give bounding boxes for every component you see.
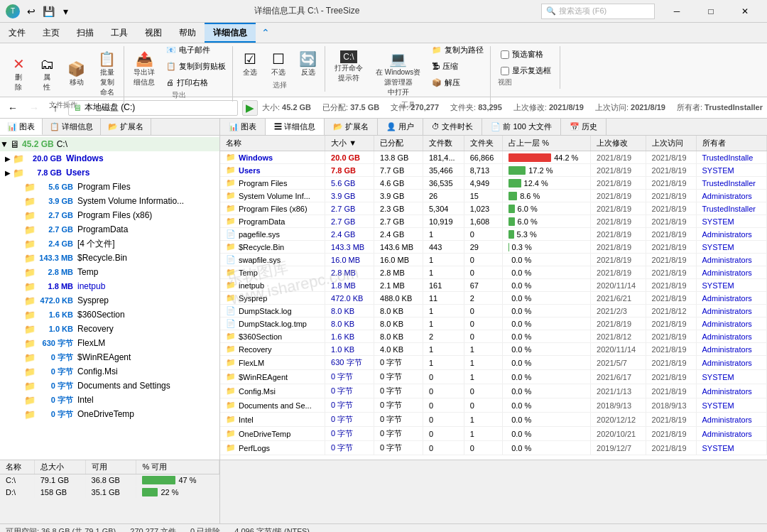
tree-item-root[interactable]: ▼ 🖥 45.2 GB C:\ xyxy=(0,137,219,151)
ribbon-btn-select-all[interactable]: ☑全选 xyxy=(237,48,263,80)
tree-item[interactable]: 📁 0 字节 OneDriveTemp xyxy=(0,407,219,421)
tab-chart[interactable]: 📊 图表 xyxy=(220,119,266,135)
ribbon-btn-cmd[interactable]: C:\打开命令提示符 xyxy=(330,48,368,86)
tree-item[interactable]: 📁 0 字节 $WinREAgent xyxy=(0,350,219,364)
preview-checkbox[interactable] xyxy=(501,50,509,59)
ribbon-btn-extract[interactable]: 📦 解压 xyxy=(428,75,487,90)
bottom-table-row[interactable]: D:\ 158 GB 35.1 GB 22 % xyxy=(0,487,219,499)
ribbon-btn-props[interactable]: 🗂属性 xyxy=(34,53,60,95)
table-row[interactable]: 📄 DumpStack.log.tmp 8.0 KB 8.0 KB 1 0 0.… xyxy=(220,317,767,330)
bottom-table-row[interactable]: C:\ 79.1 GB 36.8 GB 47 % xyxy=(0,474,219,487)
maximize-btn[interactable]: □ xyxy=(695,1,727,22)
ribbon-btn-delete[interactable]: ✕删除 xyxy=(6,53,31,95)
ribbon-btn-move[interactable]: 📦移动 xyxy=(62,58,90,90)
th-pct[interactable]: 占上一层 % xyxy=(503,136,591,151)
tree-item[interactable]: 📁 2.4 GB [4 个文件] xyxy=(0,237,219,251)
table-row[interactable]: 📁 FlexLM 630 字节 0 字节 1 1 0.0 % 2021/5/7 … xyxy=(220,356,767,370)
table-row[interactable]: 📁 inetpub 1.8 MB 2.1 MB 161 67 0.0 % 202… xyxy=(220,279,767,292)
go-btn[interactable]: ▶ xyxy=(242,100,258,116)
bth-total[interactable]: 总大小 xyxy=(34,460,85,474)
qa-btn-2[interactable]: 💾 xyxy=(41,4,55,18)
tree-item[interactable]: 📁 1.8 MB inetpub xyxy=(0,279,219,293)
tree-item[interactable]: 📁 1.6 KB $360Section xyxy=(0,308,219,322)
ribbon-btn-batch[interactable]: 📋批量复制命名 xyxy=(93,48,121,100)
tab-user[interactable]: 👤 用户 xyxy=(378,119,423,135)
ribbon-btn-export[interactable]: 📤导出详细信息 xyxy=(129,48,160,90)
table-row[interactable]: 📁 Documents and Se... 0 字节 0 字节 0 0 0.0 … xyxy=(220,398,767,413)
table-row[interactable]: 📁 Temp 2.8 MB 2.8 MB 1 0 0.0 % 2021/8/19… xyxy=(220,266,767,279)
ribbon-btn-copy-path[interactable]: 📁 复制为路径 xyxy=(428,43,487,58)
th-modified[interactable]: 上次修改 xyxy=(591,136,646,151)
bth-pct[interactable]: % 可用 xyxy=(136,460,219,474)
tree-item[interactable]: 📁 3.9 GB System Volume Informatio... xyxy=(0,194,219,208)
table-row[interactable]: 📁 Recovery 1.0 KB 4.0 KB 1 1 0.0 % 2020/… xyxy=(220,343,767,356)
table-row[interactable]: 📁 Sysprep 472.0 KB 488.0 KB 11 2 0.0 % 2… xyxy=(220,292,767,305)
close-btn[interactable]: ✕ xyxy=(729,1,761,22)
ribbon-btn-print[interactable]: 🖨 打印右格 xyxy=(163,75,229,90)
table-row[interactable]: 📁 Config.Msi 0 字节 0 字节 0 0 0.0 % 2021/1/… xyxy=(220,384,767,398)
tab-detail[interactable]: ☰ 详细信息 xyxy=(266,119,325,135)
menu-item-tools[interactable]: 工具 xyxy=(102,23,136,43)
ribbon-btn-email[interactable]: 📧 电子邮件 xyxy=(163,43,229,58)
back-btn[interactable]: ← xyxy=(4,99,21,116)
menu-item-scan[interactable]: 扫描 xyxy=(68,23,102,43)
table-row[interactable]: 📁 $WinREAgent 0 字节 0 字节 0 1 0.0 % 2021/6… xyxy=(220,370,767,384)
th-folders[interactable]: 文件夹 xyxy=(464,136,502,151)
table-row[interactable]: 📄 DumpStack.log 8.0 KB 8.0 KB 1 0 0.0 % … xyxy=(220,305,767,317)
forward-btn[interactable]: → xyxy=(26,99,43,116)
bth-free[interactable]: 可用 xyxy=(85,460,136,474)
ribbon-collapse-btn[interactable]: ⌃ xyxy=(256,23,276,43)
show-cb-checkbox[interactable] xyxy=(501,67,509,75)
tree-item[interactable]: 📁 472.0 KB Sysprep xyxy=(0,293,219,308)
table-row[interactable]: 📁 OneDriveTemp 0 字节 0 字节 0 1 0.0 % 2020/… xyxy=(220,427,767,441)
tree-item[interactable]: 📁 2.7 GB Program Files (x86) xyxy=(0,208,219,222)
ribbon-btn-deselect[interactable]: ☐不选 xyxy=(266,48,291,80)
qa-btn-1[interactable]: ↩ xyxy=(24,4,38,18)
th-name[interactable]: 名称 xyxy=(220,136,325,151)
ribbon-btn-invert[interactable]: 🔄反选 xyxy=(294,48,322,80)
tree-item[interactable]: 📁 5.6 GB Program Files xyxy=(0,180,219,194)
tab-history[interactable]: 📅 历史 xyxy=(561,119,606,135)
table-row[interactable]: 📄 pagefile.sys 2.4 GB 2.4 GB 1 0 5.3 % 2… xyxy=(220,228,767,241)
tree-item[interactable]: 📁 630 字节 FlexLM xyxy=(0,336,219,350)
th-size[interactable]: 大小 ▼ xyxy=(325,136,374,151)
th-accessed[interactable]: 上次访问 xyxy=(646,136,696,151)
tree-item[interactable]: 📁 0 字节 Intel xyxy=(0,393,219,407)
menu-item-home[interactable]: 主页 xyxy=(34,23,68,43)
table-row[interactable]: 📁 $360Section 1.6 KB 8.0 KB 2 0 0.0 % 20… xyxy=(220,330,767,343)
table-row[interactable]: 📁 Program Files (x86) 2.7 GB 2.3 GB 5,30… xyxy=(220,202,767,215)
up-btn[interactable]: ↑ xyxy=(47,99,64,116)
tab-filetime[interactable]: ⏱ 文件时长 xyxy=(423,119,482,135)
table-row[interactable]: 📁 PerfLogs 0 字节 0 字节 0 0 0.0 % 2019/12/7… xyxy=(220,441,767,455)
ribbon-chk-show-cb[interactable]: 显示复选框 xyxy=(498,64,554,77)
tree-item[interactable]: 📁 143.3 MB $Recycle.Bin xyxy=(0,251,219,265)
menu-item-help[interactable]: 帮助 xyxy=(170,23,205,43)
tree-tab-ext[interactable]: 📂 扩展名 xyxy=(101,119,151,135)
tab-top100[interactable]: 📄 前 100 大文件 xyxy=(482,119,561,135)
tree-item[interactable]: 📁 1.0 KB Recovery xyxy=(0,322,219,336)
address-path[interactable]: 🖥 本地磁盘 (C:) xyxy=(68,100,238,116)
table-row[interactable]: 📁 Program Files 5.6 GB 4.6 GB 36,535 4,9… xyxy=(220,177,767,190)
ribbon-btn-clipboard[interactable]: 📋 复制到剪贴板 xyxy=(163,59,229,74)
menu-item-file[interactable]: 文件 xyxy=(0,23,34,43)
qa-dropdown[interactable]: ▾ xyxy=(58,4,72,18)
search-box[interactable]: 🔍 搜索选项 (F6) xyxy=(541,4,655,19)
ribbon-btn-explorer[interactable]: 💻在 Windows资源管理器中打开 xyxy=(371,48,425,100)
tree-item[interactable]: 📁 2.7 GB ProgramData xyxy=(0,222,219,237)
ribbon-btn-compress[interactable]: 🗜 压缩 xyxy=(428,59,487,74)
tree-tab-detail[interactable]: 📋 详细信息 xyxy=(43,119,101,135)
th-alloc[interactable]: 已分配 xyxy=(374,136,423,151)
table-row[interactable]: 📁 System Volume Inf... 3.9 GB 3.9 GB 26 … xyxy=(220,190,767,202)
minimize-btn[interactable]: ─ xyxy=(660,1,693,22)
tree-item[interactable]: ▶ 📁 7.8 GB Users xyxy=(0,165,219,180)
tree-item[interactable]: ▶ 📁 20.0 GB Windows xyxy=(0,151,219,165)
tree-item[interactable]: 📁 2.8 MB Temp xyxy=(0,265,219,279)
tree-tab-chart[interactable]: 📊 图表 xyxy=(0,119,43,135)
menu-item-detail[interactable]: 详细信息 xyxy=(205,23,256,43)
table-row[interactable]: 📁 ProgramData 2.7 GB 2.7 GB 10,919 1,608… xyxy=(220,215,767,228)
tree-item[interactable]: 📁 0 字节 Documents and Settings xyxy=(0,379,219,393)
table-row[interactable]: 📁 Windows 20.0 GB 13.8 GB 181,4... 66,86… xyxy=(220,151,767,164)
ribbon-chk-preview[interactable]: 预选窗格 xyxy=(498,48,554,61)
th-owner[interactable]: 所有者 xyxy=(696,136,766,151)
table-row[interactable]: 📄 swapfile.sys 16.0 MB 16.0 MB 1 0 0.0 %… xyxy=(220,254,767,266)
